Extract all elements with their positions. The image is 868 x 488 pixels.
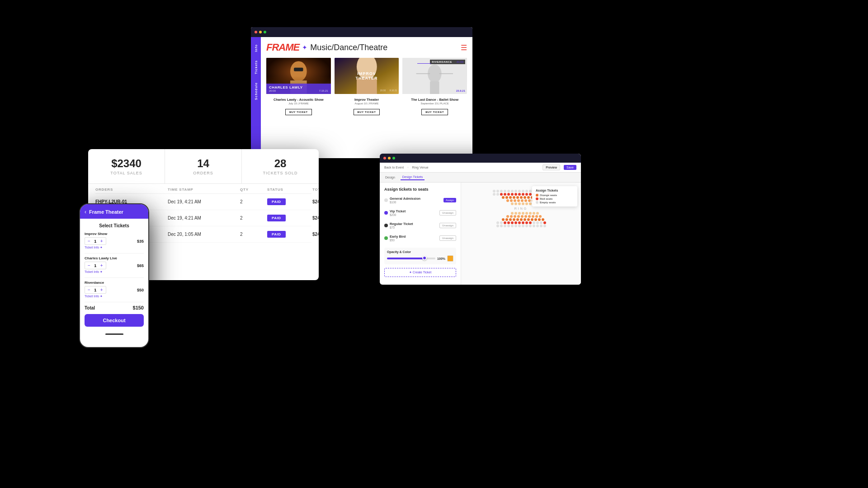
ticket-name-1: Improv Show	[85, 232, 144, 236]
seat-dot-yellow	[388, 157, 391, 160]
stat-total-sales: $2340 TOTAL SALES	[88, 149, 165, 183]
sidebar-item-tickets[interactable]: Tickets	[253, 57, 259, 77]
ring-venue-link[interactable]: Ring Venue	[412, 166, 429, 169]
qty-minus-3[interactable]: −	[87, 287, 91, 292]
assign-title: Assign tickets to seats	[384, 187, 456, 192]
stat-value-orders: 14	[174, 157, 232, 170]
ticket-type-name-general: General Admission	[390, 197, 420, 201]
stat-value-tickets: 28	[251, 157, 310, 170]
th-orders: ORDERS	[95, 188, 168, 192]
opacity-handle[interactable]	[422, 256, 427, 260]
qty-minus-2[interactable]: −	[87, 263, 91, 268]
order-total-1: $240	[312, 199, 319, 204]
order-status-1: PAID	[267, 198, 312, 205]
ticket-info-link-3[interactable]: Ticket Info ✦	[85, 295, 144, 298]
event-title-3: RIVERDANCE	[432, 61, 452, 63]
ticket-type-info-general: General Admission $100	[384, 197, 443, 204]
ticket-name-2: Charles Lawly Live	[85, 256, 144, 260]
tab-design[interactable]: Design	[383, 175, 397, 180]
event-date-1: 7.15.21	[319, 89, 328, 92]
logo-frame: FRAME	[266, 42, 299, 53]
ticket-type-info-regular: Regular Ticket $75	[384, 222, 439, 229]
ticket-dot-earlybird	[384, 236, 388, 240]
ticket-type-price-regular: $75	[390, 226, 413, 229]
event-loc-3: September 23 | PLACE	[402, 102, 467, 105]
buy-ticket-button-1[interactable]: BUY TICKET	[285, 109, 312, 115]
buy-ticket-button-2[interactable]: BUY TICKET	[354, 109, 380, 115]
opacity-slider[interactable]	[387, 258, 435, 259]
assign-tickets-overlay: Assign Tickets Orange seats Red seats Em…	[532, 186, 577, 206]
color-swatch[interactable]	[447, 255, 453, 262]
th-qty: QTY	[240, 188, 267, 192]
event-time-1: 20:00	[269, 89, 276, 92]
preview-button[interactable]: Preview	[542, 164, 560, 170]
browser-bar	[251, 27, 472, 37]
ticket-info-link-2[interactable]: Ticket Info ✦	[85, 270, 144, 274]
stat-label-orders: ORDERS	[174, 171, 232, 175]
divider-2	[85, 277, 144, 278]
event-loc-2: August 10 | FRAME	[335, 102, 399, 105]
order-qty-2: 2	[240, 216, 267, 221]
mobile-back-button[interactable]: ‹	[85, 209, 86, 215]
ticket-type-name-earlybird: Early Bird	[390, 235, 406, 239]
event-info-1: Charles Lawly - Acoustic Show July 15 | …	[266, 98, 331, 115]
unassign-btn-vip[interactable]: Unassign	[439, 210, 456, 216]
event-info-2: Improv Theater August 10 | FRAME BUY TIC…	[335, 98, 399, 115]
logo-diamond-icon: ✦	[302, 44, 307, 51]
save-button[interactable]: Save	[564, 165, 576, 170]
stat-value-sales: $2340	[97, 157, 156, 170]
seat-dot-red	[383, 157, 386, 160]
nav-separator: ›	[407, 166, 408, 169]
qty-plus-2[interactable]: +	[99, 263, 104, 268]
back-to-event-link[interactable]: Back to Event	[384, 166, 404, 169]
sidebar-item-schedule[interactable]: Schedule	[253, 80, 259, 103]
event-date-2: 8.10.21	[390, 89, 397, 92]
mobile-mockup: ‹ Frame Theater Select Tickets Improv Sh…	[79, 203, 149, 348]
ticket-controls-1: − 1 + $35	[85, 237, 144, 245]
ticket-item-1: Improv Show − 1 + $35 Ticket Info ✦	[85, 232, 144, 249]
event-info-3: The Last Dance - Ballet Show September 2…	[402, 98, 467, 115]
ticket-type-name-vip: Vip Ticket	[390, 209, 406, 213]
events-grid: CHARLES LAWLY 20:00 7.15.21	[266, 58, 467, 94]
dot-red	[255, 31, 257, 33]
th-status: STATUS	[267, 188, 312, 192]
seatmap-topbar: Back to Event › Ring Venue Preview Save	[380, 163, 581, 173]
opacity-controls: 100%	[387, 255, 453, 262]
ticket-dot-general	[384, 198, 388, 202]
stat-label-sales: TOTAL SALES	[97, 171, 156, 175]
th-total: TOTAL	[312, 188, 319, 192]
order-ts-2: Dec 19, 4:21 AM	[168, 216, 240, 221]
assign-btn-general[interactable]: Assign	[443, 198, 456, 202]
ticket-price-2: $65	[137, 263, 144, 268]
qty-minus-1[interactable]: −	[87, 239, 91, 244]
checkout-button[interactable]: Checkout	[85, 314, 144, 327]
hamburger-icon[interactable]: ☰	[461, 43, 467, 52]
ticket-type-price-general: $100	[390, 201, 420, 204]
ticket-info-link-1[interactable]: Ticket Info ✦	[85, 246, 144, 249]
buy-ticket-button-3[interactable]: BUY TICKET	[421, 109, 448, 115]
ticket-type-name-regular: Regular Ticket	[390, 222, 413, 226]
event-date-3: 23.9.21	[456, 89, 465, 92]
unassign-btn-regular[interactable]: Unassign	[439, 223, 456, 228]
ticket-controls-2: − 1 + $65	[85, 262, 144, 269]
qty-plus-1[interactable]: +	[99, 239, 104, 244]
opacity-label: Opacity & Color	[387, 250, 453, 253]
panel-content: Assign tickets to seats General Admissio…	[380, 183, 581, 285]
tab-design-tickets[interactable]: Design Tickets	[401, 174, 425, 180]
ticket-name-3: Riverdance	[85, 281, 144, 285]
event-title-2: IMPROVTHEATER	[356, 71, 378, 80]
qty-plus-3[interactable]: +	[99, 287, 104, 292]
qty-control-3: − 1 +	[85, 286, 106, 294]
event-overlay-1: CHARLES LAWLY 20:00 7.15.21	[266, 84, 331, 94]
create-ticket-button[interactable]: ✦ Create Ticket	[384, 268, 456, 277]
logo-subtitle: Music/Dance/Theatre	[310, 43, 387, 52]
event-loc-1: July 15 | FRAME	[266, 102, 331, 105]
unassign-btn-earlybird[interactable]: Unassign	[439, 235, 456, 241]
ticket-price-3: $50	[137, 288, 144, 292]
ticket-dot-vip	[384, 211, 388, 215]
status-badge-1: PAID	[267, 198, 286, 205]
assign-tickets-title: Assign Tickets	[536, 189, 574, 192]
status-badge-3: PAID	[267, 231, 286, 238]
mobile-body: Select Tickets Improv Show − 1 + $35 Tic…	[80, 219, 148, 330]
sidebar-item-info[interactable]: Info	[253, 42, 259, 55]
